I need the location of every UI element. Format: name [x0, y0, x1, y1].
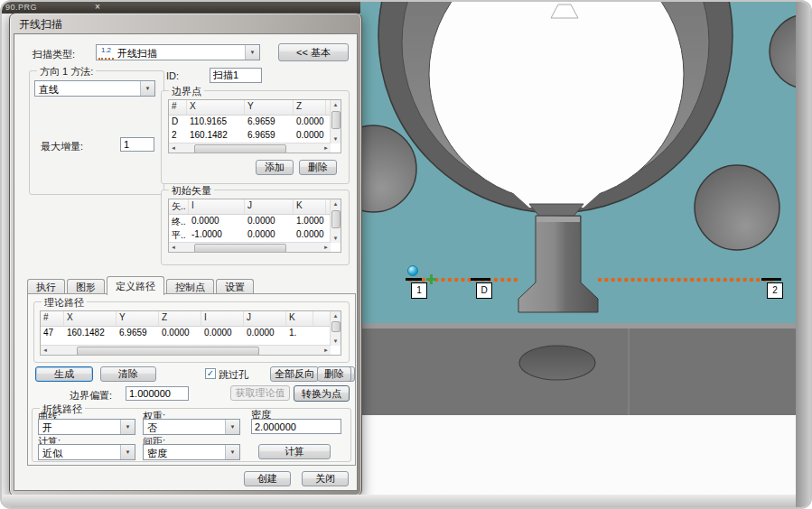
get-theoretical-button[interactable]: 获取理论值 — [230, 385, 290, 401]
create-button[interactable]: 创建 — [244, 471, 291, 486]
scroll-thumb[interactable] — [77, 347, 259, 356]
reverse-all-button[interactable]: 全部反向 — [270, 366, 319, 382]
scan-type-label: 扫描类型: — [33, 48, 75, 61]
scroll-down-icon[interactable]: ▼ — [331, 234, 341, 243]
horizontal-scrollbar[interactable]: ◄ ► — [169, 242, 331, 252]
basic-toggle-button[interactable]: << 基本 — [278, 43, 349, 61]
scroll-thumb[interactable] — [331, 111, 341, 129]
frame-bottom-band — [2, 495, 812, 509]
close-icon[interactable]: × — [95, 2, 100, 12]
clear-button[interactable]: 清除 — [100, 366, 156, 382]
linear-open-scan-icon: 1.2 — [98, 46, 114, 60]
compute-button[interactable]: 计算 — [258, 444, 331, 459]
scroll-left-icon[interactable]: ◄ — [41, 346, 50, 355]
scroll-right-icon[interactable]: ► — [322, 143, 331, 153]
scan-start-label[interactable]: 1 — [411, 282, 427, 299]
direction-method-group: 方向 1 方法: 直线 ▼ 最大增量: — [29, 70, 164, 195]
curve-combobox[interactable]: 开 ▼ — [38, 419, 135, 435]
delete-button[interactable]: 删除 — [299, 160, 337, 175]
cell: 1.0000 — [294, 215, 326, 228]
convert-to-points-button[interactable]: 转换为点 — [294, 385, 350, 402]
cell: 47 — [41, 327, 64, 342]
scroll-down-icon[interactable]: ▼ — [331, 134, 341, 143]
direction-method-combobox[interactable]: 直线 ▼ — [34, 80, 155, 97]
dialog-title: 开线扫描 — [19, 17, 62, 32]
scroll-up-icon[interactable]: ▲ — [331, 311, 341, 320]
spacing-combobox[interactable]: 密度 ▼ — [143, 444, 240, 460]
start-tick — [406, 278, 422, 281]
initial-vectors-table[interactable]: 矢.. I J K 终.. 0.0000 0.0000 1.0000 平.. -… — [168, 199, 341, 253]
scroll-thumb[interactable] — [331, 210, 341, 228]
col-header: X — [187, 100, 245, 115]
cad-scene — [360, 2, 798, 496]
cell: 6.9659 — [245, 129, 294, 143]
scroll-up-icon[interactable]: ▲ — [331, 199, 341, 208]
chevron-down-icon: ▼ — [225, 445, 239, 459]
chevron-down-icon: ▼ — [225, 420, 239, 434]
close-button[interactable]: 关闭 — [302, 471, 349, 486]
scroll-up-icon[interactable]: ▲ — [331, 100, 341, 109]
initial-vectors-label: 初始矢量 — [169, 184, 214, 198]
col-header: Y — [245, 100, 294, 115]
vertical-scrollbar[interactable]: ▲ ▼ — [330, 100, 341, 143]
vertical-scrollbar[interactable]: ▲ ▼ — [330, 311, 341, 346]
cell: 0.0000 — [294, 116, 326, 129]
col-header: K — [294, 199, 326, 214]
weight-combobox[interactable]: 否 ▼ — [143, 419, 240, 435]
cad-viewport[interactable] — [360, 2, 798, 496]
tab-define-path[interactable]: 定义路径 — [107, 276, 164, 295]
table-header-row: # X Y Z I J K — [41, 311, 341, 327]
oblong-hole — [519, 346, 595, 380]
lower-step-face — [360, 323, 798, 415]
table-row[interactable]: 平.. -1.0000 0.0000 0.0000 — [169, 228, 341, 242]
scroll-thumb[interactable] — [194, 144, 286, 153]
boundary-offset-input[interactable] — [126, 386, 189, 401]
theo-path-table[interactable]: # X Y Z I J K 47 160.1482 6.9659 0 — [40, 310, 341, 356]
initial-vectors-group: 初始矢量 矢.. I J K 终.. 0.0000 0.0000 1.0000 — [161, 190, 350, 265]
scroll-down-icon[interactable]: ▼ — [331, 337, 341, 346]
add-button[interactable]: 添加 — [256, 160, 294, 175]
col-header: X — [64, 311, 117, 326]
calc-combobox[interactable]: 近似 ▼ — [38, 444, 135, 460]
direction-method-label: 方向 1 方法: — [37, 65, 96, 79]
table-row[interactable]: D 110.9165 6.9659 0.0000 — [169, 116, 341, 129]
table-row[interactable]: 47 160.1482 6.9659 0.0000 0.0000 0.0000 … — [41, 327, 341, 342]
program-tab[interactable]: 90.PRG — [5, 3, 37, 12]
cell: 110.9165 — [187, 116, 245, 129]
table-row[interactable]: 2 160.1482 6.9659 0.0000 — [169, 129, 341, 143]
col-header: Z — [294, 100, 326, 115]
cell: -1.0000 — [189, 228, 245, 242]
skip-holes-checkbox[interactable] — [205, 368, 216, 379]
scroll-right-icon[interactable]: ► — [322, 346, 331, 355]
cell: D — [169, 116, 187, 129]
scan-end-label[interactable]: 2 — [767, 282, 783, 299]
scroll-right-icon[interactable]: ► — [322, 243, 331, 252]
delete-path-button[interactable]: 删除 — [317, 366, 351, 382]
density-input[interactable] — [251, 419, 341, 434]
chevron-down-icon: ▼ — [245, 45, 259, 60]
col-header: 矢.. — [169, 199, 189, 214]
generate-button[interactable]: 生成 — [35, 366, 93, 382]
scan-direction-label[interactable]: D — [476, 282, 492, 299]
table-row[interactable]: 终.. 0.0000 0.0000 1.0000 — [169, 215, 341, 228]
cell: 0.0000 — [294, 129, 326, 143]
cell: 0.0000 — [244, 327, 286, 342]
col-header: # — [169, 100, 187, 115]
scan-type-combobox[interactable]: 1.2 开线扫描 ▼ — [96, 44, 260, 60]
scroll-thumb[interactable] — [331, 321, 341, 332]
scroll-left-icon[interactable]: ◄ — [169, 243, 178, 252]
cell: 2 — [169, 129, 187, 143]
id-input[interactable] — [210, 68, 262, 83]
scroll-left-icon[interactable]: ◄ — [169, 143, 178, 153]
polyline-path-group: 折线路径 曲线: 权重: 密度 开 ▼ 否 ▼ 计算: 间距: — [32, 408, 351, 462]
horizontal-scrollbar[interactable]: ◄ ► — [41, 345, 331, 355]
max-increment-label: 最大增量: — [41, 140, 83, 153]
horizontal-scrollbar[interactable]: ◄ ► — [169, 143, 331, 153]
curve-value: 开 — [39, 420, 120, 434]
scroll-thumb[interactable] — [194, 244, 286, 253]
max-increment-input[interactable] — [120, 137, 154, 152]
boundary-points-table[interactable]: # X Y Z D 110.9165 6.9659 0.0000 2 160.1… — [168, 99, 341, 153]
cell: 0.0000 — [294, 228, 326, 242]
col-header: I — [189, 199, 245, 214]
vertical-scrollbar[interactable]: ▲ ▼ — [330, 199, 341, 243]
